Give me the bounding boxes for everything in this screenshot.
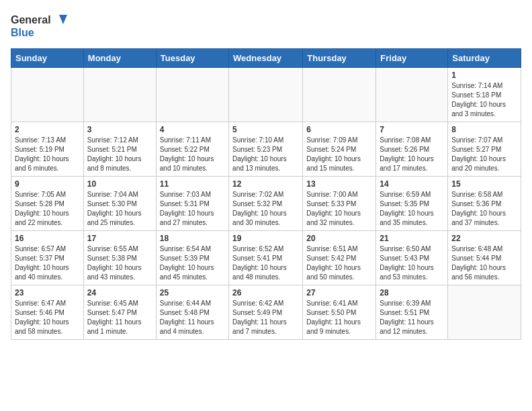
calendar-cell (156, 68, 228, 122)
calendar-cell: 3Sunrise: 7:12 AM Sunset: 5:21 PM Daylig… (83, 122, 156, 177)
calendar-week-row: 9Sunrise: 7:05 AM Sunset: 5:28 PM Daylig… (11, 177, 521, 231)
calendar-cell (376, 68, 448, 122)
day-info: Sunrise: 6:54 AM Sunset: 5:39 PM Dayligh… (160, 244, 225, 282)
day-number: 13 (306, 179, 372, 189)
calendar-week-row: 16Sunrise: 6:57 AM Sunset: 5:37 PM Dayli… (11, 231, 521, 285)
day-number: 10 (87, 179, 152, 189)
svg-marker-2 (59, 15, 67, 24)
calendar-cell (303, 68, 376, 122)
calendar-cell: 22Sunrise: 6:48 AM Sunset: 5:44 PM Dayli… (448, 231, 521, 285)
calendar-cell: 19Sunrise: 6:52 AM Sunset: 5:41 PM Dayli… (229, 231, 303, 285)
day-number: 15 (451, 179, 517, 189)
calendar-cell: 13Sunrise: 7:00 AM Sunset: 5:33 PM Dayli… (303, 177, 376, 231)
day-number: 5 (232, 125, 299, 134)
day-info: Sunrise: 7:03 AM Sunset: 5:31 PM Dayligh… (160, 190, 225, 228)
day-info: Sunrise: 6:41 AM Sunset: 5:50 PM Dayligh… (306, 299, 372, 336)
day-info: Sunrise: 7:08 AM Sunset: 5:26 PM Dayligh… (380, 136, 444, 173)
day-header-friday: Friday (376, 49, 448, 68)
calendar-cell: 23Sunrise: 6:47 AM Sunset: 5:46 PM Dayli… (11, 285, 84, 340)
calendar-cell: 16Sunrise: 6:57 AM Sunset: 5:37 PM Dayli… (11, 231, 84, 285)
day-header-sunday: Sunday (11, 49, 84, 68)
day-header-saturday: Saturday (448, 49, 521, 68)
day-info: Sunrise: 7:07 AM Sunset: 5:27 PM Dayligh… (451, 136, 517, 173)
day-number: 25 (160, 288, 225, 298)
day-number: 1 (451, 71, 517, 80)
day-number: 12 (232, 179, 299, 189)
day-info: Sunrise: 6:50 AM Sunset: 5:43 PM Dayligh… (380, 244, 444, 282)
calendar-cell: 25Sunrise: 6:44 AM Sunset: 5:48 PM Dayli… (156, 285, 228, 340)
day-number: 17 (87, 234, 152, 243)
day-number: 4 (160, 125, 225, 134)
day-header-tuesday: Tuesday (156, 49, 228, 68)
day-number: 24 (87, 288, 152, 298)
calendar-cell: 27Sunrise: 6:41 AM Sunset: 5:50 PM Dayli… (303, 285, 376, 340)
day-number: 11 (160, 179, 225, 189)
day-header-wednesday: Wednesday (229, 49, 303, 68)
calendar-cell (83, 68, 156, 122)
calendar-week-row: 2Sunrise: 7:13 AM Sunset: 5:19 PM Daylig… (11, 122, 521, 177)
calendar-cell: 1Sunrise: 7:14 AM Sunset: 5:18 PM Daylig… (448, 68, 521, 122)
calendar-table: SundayMondayTuesdayWednesdayThursdayFrid… (11, 48, 521, 340)
day-info: Sunrise: 6:44 AM Sunset: 5:48 PM Dayligh… (160, 299, 225, 336)
day-number: 21 (380, 234, 444, 243)
day-info: Sunrise: 6:45 AM Sunset: 5:47 PM Dayligh… (87, 299, 152, 336)
calendar-cell: 6Sunrise: 7:09 AM Sunset: 5:24 PM Daylig… (303, 122, 376, 177)
day-number: 26 (232, 288, 299, 298)
calendar-cell: 9Sunrise: 7:05 AM Sunset: 5:28 PM Daylig… (11, 177, 84, 231)
calendar-cell: 14Sunrise: 6:59 AM Sunset: 5:35 PM Dayli… (376, 177, 448, 231)
day-number: 23 (15, 288, 80, 298)
day-number: 20 (306, 234, 372, 243)
calendar-cell: 26Sunrise: 6:42 AM Sunset: 5:49 PM Dayli… (229, 285, 303, 340)
calendar-cell (11, 68, 84, 122)
day-info: Sunrise: 7:05 AM Sunset: 5:28 PM Dayligh… (15, 190, 80, 228)
day-info: Sunrise: 7:14 AM Sunset: 5:18 PM Dayligh… (451, 81, 517, 119)
calendar-header-row: SundayMondayTuesdayWednesdayThursdayFrid… (11, 49, 521, 68)
day-info: Sunrise: 6:51 AM Sunset: 5:42 PM Dayligh… (306, 244, 372, 282)
day-info: Sunrise: 7:04 AM Sunset: 5:30 PM Dayligh… (87, 190, 152, 228)
day-info: Sunrise: 7:10 AM Sunset: 5:23 PM Dayligh… (232, 136, 299, 173)
calendar-cell: 4Sunrise: 7:11 AM Sunset: 5:22 PM Daylig… (156, 122, 228, 177)
calendar-cell: 2Sunrise: 7:13 AM Sunset: 5:19 PM Daylig… (11, 122, 84, 177)
calendar-cell: 17Sunrise: 6:55 AM Sunset: 5:38 PM Dayli… (83, 231, 156, 285)
day-info: Sunrise: 6:42 AM Sunset: 5:49 PM Dayligh… (232, 299, 299, 336)
day-number: 14 (380, 179, 444, 189)
day-number: 19 (232, 234, 299, 243)
day-header-thursday: Thursday (303, 49, 376, 68)
day-number: 18 (160, 234, 225, 243)
day-number: 9 (15, 179, 80, 189)
day-header-monday: Monday (83, 49, 156, 68)
day-info: Sunrise: 6:57 AM Sunset: 5:37 PM Dayligh… (15, 244, 80, 282)
calendar-cell: 20Sunrise: 6:51 AM Sunset: 5:42 PM Dayli… (303, 231, 376, 285)
logo: GeneralBlue (11, 11, 71, 40)
svg-text:Blue: Blue (11, 27, 34, 38)
day-info: Sunrise: 7:02 AM Sunset: 5:32 PM Dayligh… (232, 190, 299, 228)
day-number: 7 (380, 125, 444, 134)
day-number: 28 (380, 288, 444, 298)
day-number: 8 (451, 125, 517, 134)
calendar-cell: 28Sunrise: 6:39 AM Sunset: 5:51 PM Dayli… (376, 285, 448, 340)
day-number: 6 (306, 125, 372, 134)
calendar-cell: 15Sunrise: 6:58 AM Sunset: 5:36 PM Dayli… (448, 177, 521, 231)
calendar-cell (229, 68, 303, 122)
calendar-cell: 10Sunrise: 7:04 AM Sunset: 5:30 PM Dayli… (83, 177, 156, 231)
day-info: Sunrise: 7:00 AM Sunset: 5:33 PM Dayligh… (306, 190, 372, 228)
calendar-cell: 5Sunrise: 7:10 AM Sunset: 5:23 PM Daylig… (229, 122, 303, 177)
calendar-cell: 7Sunrise: 7:08 AM Sunset: 5:26 PM Daylig… (376, 122, 448, 177)
day-info: Sunrise: 6:58 AM Sunset: 5:36 PM Dayligh… (451, 190, 517, 228)
day-info: Sunrise: 6:48 AM Sunset: 5:44 PM Dayligh… (451, 244, 517, 282)
svg-text:General: General (11, 14, 51, 26)
logo-svg: GeneralBlue (11, 11, 71, 40)
calendar-cell: 8Sunrise: 7:07 AM Sunset: 5:27 PM Daylig… (448, 122, 521, 177)
day-info: Sunrise: 7:11 AM Sunset: 5:22 PM Dayligh… (160, 136, 225, 173)
calendar-cell: 21Sunrise: 6:50 AM Sunset: 5:43 PM Dayli… (376, 231, 448, 285)
calendar-week-row: 1Sunrise: 7:14 AM Sunset: 5:18 PM Daylig… (11, 68, 521, 122)
calendar-cell: 11Sunrise: 7:03 AM Sunset: 5:31 PM Dayli… (156, 177, 228, 231)
day-info: Sunrise: 6:55 AM Sunset: 5:38 PM Dayligh… (87, 244, 152, 282)
day-info: Sunrise: 7:12 AM Sunset: 5:21 PM Dayligh… (87, 136, 152, 173)
day-info: Sunrise: 7:09 AM Sunset: 5:24 PM Dayligh… (306, 136, 372, 173)
day-info: Sunrise: 6:59 AM Sunset: 5:35 PM Dayligh… (380, 190, 444, 228)
page-header: GeneralBlue (11, 11, 521, 40)
day-number: 22 (451, 234, 517, 243)
calendar-week-row: 23Sunrise: 6:47 AM Sunset: 5:46 PM Dayli… (11, 285, 521, 340)
day-number: 2 (15, 125, 80, 134)
